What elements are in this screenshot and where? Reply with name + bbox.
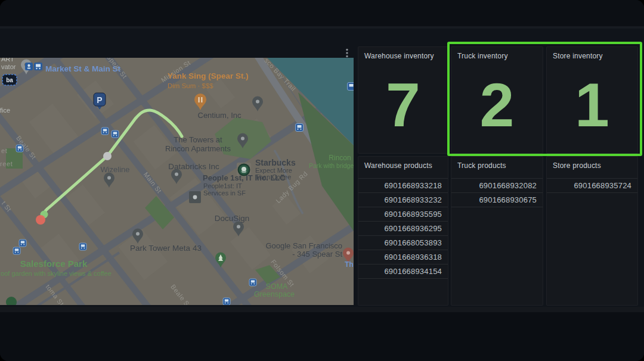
product-list: 6901668935724 <box>547 178 637 193</box>
poi-rincon-line2: Park with bridge v <box>309 162 354 169</box>
panel-truck-products[interactable]: Truck products 6901668932082 69016689306… <box>451 156 543 306</box>
poi-people1st-sub2: Services in SF <box>203 189 246 197</box>
table-row[interactable]: 6901668053893 <box>358 236 448 250</box>
bus-icon[interactable] <box>112 130 119 138</box>
panel-truck-inventory[interactable]: Truck inventory 2 <box>451 46 543 154</box>
poi-people1st[interactable]: People 1st, IT Inc. LLC <box>203 173 286 182</box>
bottom-divider <box>0 307 644 312</box>
table-row[interactable]: 6901668934154 <box>358 264 448 279</box>
parking-letter: P <box>97 95 102 105</box>
table-row[interactable]: 6901668933218 <box>358 179 448 193</box>
poi-towers-line1[interactable]: The Towers at <box>174 135 222 144</box>
panel-warehouse-inventory[interactable]: Warehouse inventory 7 <box>358 46 448 154</box>
label-fragment: vator <box>1 63 16 70</box>
bus-icon[interactable] <box>296 124 304 132</box>
bike-station-label: ba <box>6 77 13 83</box>
bus-icon[interactable] <box>79 243 86 250</box>
bus-icon[interactable] <box>19 239 26 247</box>
transit-station-label[interactable]: Market St & Main St <box>45 64 121 73</box>
product-list: 6901668933218 6901668933232 690166893559… <box>358 178 448 279</box>
top-divider <box>0 26 644 29</box>
panel-title: Truck products <box>451 157 543 172</box>
panel-title: Store products <box>547 157 637 172</box>
truck-position-marker[interactable] <box>36 215 45 225</box>
poi-rincon-line1[interactable]: Rincon <box>329 154 351 162</box>
panel-title: Warehouse products <box>358 157 448 172</box>
label-fragment: fice <box>0 107 10 114</box>
poi-starbucks[interactable]: Starbucks <box>255 158 296 167</box>
poi-yank-sing-sub: Dim Sum · $$$ <box>168 82 213 89</box>
bus-icon[interactable] <box>348 83 354 91</box>
bike-station-icon[interactable]: ba <box>2 74 17 85</box>
poi-people1st-sub1: People1st: IT <box>203 182 242 189</box>
table-row[interactable]: 6901668933232 <box>358 193 448 207</box>
table-row[interactable]: 6901668930675 <box>451 193 543 207</box>
poi-google-line1[interactable]: Google San Francisco <box>265 241 342 250</box>
panel-title: Truck inventory <box>451 47 543 63</box>
poi-centium[interactable]: Centium, Inc <box>198 111 242 120</box>
bus-icon[interactable] <box>13 247 20 254</box>
poi-soma-line1[interactable]: SOMA <box>266 282 288 291</box>
panel-title: Store inventory <box>547 47 637 63</box>
poi-docusign[interactable]: DocuSign <box>215 214 250 223</box>
poi-park-tower[interactable]: Park Tower Meta 43 <box>130 244 202 253</box>
truck-inventory-value: 2 <box>451 63 543 153</box>
label-fragment: reet <box>0 160 13 167</box>
label-fragment: et <box>1 147 7 154</box>
table-row[interactable]: 6901668932082 <box>451 179 543 193</box>
label-fragment: ART <box>1 58 14 63</box>
dashboard-screen: P ba <box>0 0 644 361</box>
poi-th-fragment: Th <box>345 260 354 269</box>
table-row[interactable]: 6901668935595 <box>358 207 448 222</box>
product-list: 6901668932082 6901668930675 <box>451 178 543 207</box>
poi-salesforce-park[interactable]: Salesforce Park <box>20 259 88 269</box>
poi-google-line2: - 345 Spear St <box>292 250 342 259</box>
panel-store-inventory[interactable]: Store inventory 1 <box>546 46 638 154</box>
panel-menu-kebab-icon[interactable] <box>345 48 349 58</box>
window-top-bar <box>0 0 644 26</box>
table-row[interactable]: 6901668936318 <box>358 250 448 264</box>
poi-soma-line2: Greenspace <box>254 290 295 298</box>
geomap[interactable]: P ba <box>0 58 354 305</box>
poi-yank-sing[interactable]: Yank Sing (Spear St.) <box>168 71 249 80</box>
window-bottom-area <box>0 312 644 361</box>
table-row[interactable]: 6901668935724 <box>547 179 637 193</box>
poi-towers-line2[interactable]: Rincon Apartments <box>165 144 231 153</box>
panel-warehouse-products[interactable]: Warehouse products 6901668933218 6901668… <box>358 156 448 306</box>
poi-wizeline[interactable]: Wizeline <box>100 165 129 174</box>
people1st-building-icon[interactable] <box>189 191 201 203</box>
poi-databricks[interactable]: Databricks Inc <box>168 162 219 171</box>
route-waypoint-dot[interactable] <box>103 152 112 160</box>
table-row[interactable]: 6901668936295 <box>358 222 448 236</box>
bus-icon[interactable] <box>249 279 256 286</box>
map-panel[interactable]: P ba <box>0 58 354 305</box>
warehouse-inventory-value: 7 <box>358 63 448 153</box>
bus-icon[interactable] <box>101 127 109 135</box>
poi-salesforce-sub: Roof garden with skyline views & coffee <box>0 270 112 277</box>
panel-store-products[interactable]: Store products 6901668935724 <box>546 156 638 306</box>
bus-icon[interactable] <box>223 298 230 305</box>
store-inventory-value: 1 <box>547 63 637 153</box>
panel-title: Warehouse inventory <box>358 47 448 63</box>
